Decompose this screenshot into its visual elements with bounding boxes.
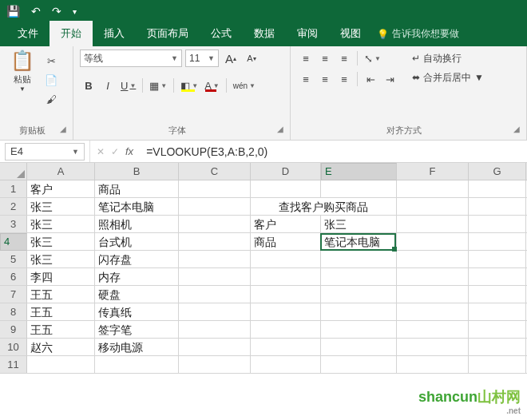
cell[interactable]: [469, 198, 526, 215]
row-header[interactable]: 7: [0, 286, 27, 303]
cell[interactable]: [251, 286, 321, 303]
cell[interactable]: 王五: [27, 286, 95, 303]
cell[interactable]: [251, 180, 321, 197]
cell[interactable]: 移动电源: [95, 339, 179, 355]
cell[interactable]: [469, 339, 526, 355]
row-header[interactable]: 2: [0, 198, 27, 215]
row-header[interactable]: 4: [0, 233, 27, 251]
col-header-D[interactable]: D: [251, 163, 321, 180]
font-color-button[interactable]: A▼: [202, 77, 222, 94]
align-middle-button[interactable]: ≡: [316, 50, 334, 67]
border-button[interactable]: ▦▼: [147, 77, 169, 94]
cell[interactable]: [251, 356, 321, 373]
copy-button[interactable]: 📄: [43, 72, 59, 88]
cell[interactable]: [251, 303, 321, 320]
col-header-G[interactable]: G: [469, 163, 526, 180]
cell[interactable]: [179, 356, 251, 373]
cell[interactable]: 商品: [251, 233, 321, 250]
paste-button[interactable]: 📋 粘贴 ▼: [6, 50, 38, 93]
cell[interactable]: 王五: [27, 321, 95, 338]
cell[interactable]: 张三: [27, 233, 95, 250]
col-header-A[interactable]: A: [27, 163, 95, 180]
cell[interactable]: [95, 356, 179, 373]
cell[interactable]: [469, 286, 526, 303]
cell[interactable]: 笔记本电脑: [95, 198, 179, 215]
cell[interactable]: [397, 356, 469, 373]
tab-home[interactable]: 开始: [50, 21, 93, 46]
worksheet-grid[interactable]: A B C D E F G 1客户商品2张三笔记本电脑查找客户购买商品3张三照相…: [0, 163, 527, 374]
qat-customize-icon[interactable]: ▾: [73, 7, 77, 16]
cell[interactable]: 张三: [27, 251, 95, 267]
font-name-select[interactable]: 等线▼: [80, 50, 182, 67]
decrease-indent-button[interactable]: ⇤: [362, 70, 379, 88]
cell[interactable]: 硬盘: [95, 286, 179, 303]
cell[interactable]: [27, 356, 95, 373]
cell[interactable]: [321, 180, 397, 197]
cell[interactable]: [179, 233, 251, 250]
cell[interactable]: 传真纸: [95, 303, 179, 320]
format-painter-button[interactable]: 🖌: [43, 91, 59, 107]
cell[interactable]: [469, 251, 526, 267]
tab-review[interactable]: 审阅: [286, 21, 329, 46]
cell[interactable]: [179, 339, 251, 355]
cell[interactable]: [397, 286, 469, 303]
cell[interactable]: 张三: [321, 216, 397, 232]
fill-color-button[interactable]: ◧▼: [178, 77, 200, 94]
formula-input[interactable]: =VLOOKUP(E3,A:B,2,0): [140, 145, 527, 158]
cell[interactable]: [321, 303, 397, 320]
cell[interactable]: 内存: [95, 268, 179, 285]
col-header-F[interactable]: F: [397, 163, 469, 180]
merge-center-button[interactable]: ⬌合并后居中▼: [408, 69, 488, 86]
cell[interactable]: [469, 303, 526, 320]
redo-icon[interactable]: ↷: [52, 5, 61, 18]
cell[interactable]: [397, 303, 469, 320]
cell[interactable]: [179, 180, 251, 197]
cell[interactable]: [179, 321, 251, 338]
italic-button[interactable]: I: [99, 77, 117, 94]
row-header[interactable]: 8: [0, 303, 27, 320]
cell[interactable]: [179, 286, 251, 303]
row-header[interactable]: 10: [0, 339, 27, 355]
align-bottom-button[interactable]: ≡: [335, 50, 353, 67]
wrap-text-button[interactable]: ↵自动换行: [408, 50, 488, 67]
cell[interactable]: [179, 198, 251, 215]
col-header-B[interactable]: B: [95, 163, 179, 180]
cancel-formula-icon[interactable]: ✕: [97, 146, 105, 157]
cell[interactable]: [469, 268, 526, 285]
cell[interactable]: [321, 321, 397, 338]
cell[interactable]: 客户: [251, 216, 321, 232]
cell[interactable]: [179, 303, 251, 320]
name-box[interactable]: E4▼: [5, 143, 85, 160]
cell[interactable]: [469, 356, 526, 373]
tell-me-search[interactable]: 💡 告诉我你想要做: [372, 22, 464, 46]
fx-icon[interactable]: fx: [125, 145, 133, 157]
tab-pagelayout[interactable]: 页面布局: [136, 21, 200, 46]
cell[interactable]: [321, 356, 397, 373]
cell[interactable]: 查找客户购买商品: [251, 198, 397, 215]
cell[interactable]: 商品: [95, 180, 179, 197]
shrink-font-button[interactable]: A▾: [243, 50, 260, 67]
cell[interactable]: 闪存盘: [95, 251, 179, 267]
bold-button[interactable]: B: [80, 77, 97, 94]
cell[interactable]: [397, 233, 469, 250]
cell[interactable]: [251, 251, 321, 267]
cell[interactable]: [321, 339, 397, 355]
cell[interactable]: [251, 321, 321, 338]
cell[interactable]: 赵六: [27, 339, 95, 355]
tab-data[interactable]: 数据: [243, 21, 286, 46]
cell[interactable]: [469, 216, 526, 232]
cell[interactable]: 李四: [27, 268, 95, 285]
cell[interactable]: [321, 268, 397, 285]
undo-icon[interactable]: ↶: [31, 5, 41, 18]
clipboard-dialog-launcher[interactable]: ◢: [57, 125, 66, 133]
save-icon[interactable]: 💾: [6, 5, 20, 18]
align-left-button[interactable]: ≡: [297, 70, 315, 88]
row-header[interactable]: 3: [0, 216, 27, 232]
select-all-corner[interactable]: [0, 163, 27, 180]
cell[interactable]: [251, 268, 321, 285]
col-header-C[interactable]: C: [179, 163, 251, 180]
row-header[interactable]: 1: [0, 180, 27, 197]
grow-font-button[interactable]: A▴: [222, 50, 240, 67]
row-header[interactable]: 6: [0, 268, 27, 285]
increase-indent-button[interactable]: ⇥: [381, 70, 398, 88]
